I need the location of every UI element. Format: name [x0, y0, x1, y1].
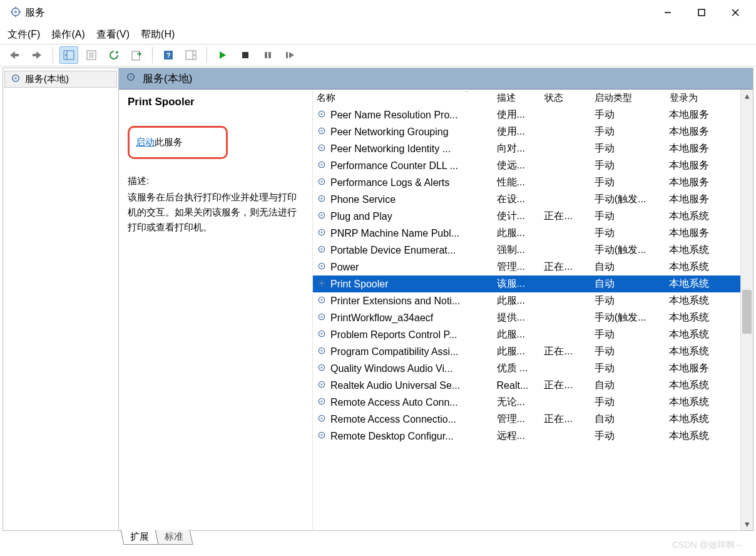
column-header-logon[interactable]: 登录为: [665, 90, 740, 106]
service-row[interactable]: Plug and Play使计...正在...手动本地系统: [313, 208, 740, 225]
show-hide-tree-button[interactable]: [59, 46, 78, 64]
service-logon: 本地系统: [665, 326, 740, 343]
menu-file[interactable]: 文件(F): [8, 28, 40, 41]
service-row[interactable]: Problem Reports Control P...此服...手动本地系统: [313, 326, 740, 343]
tab-extended[interactable]: 扩展: [120, 530, 158, 545]
scroll-up-icon[interactable]: ▴: [741, 90, 753, 102]
maximize-button[interactable]: [685, 1, 718, 24]
service-logon: 本地系统: [665, 394, 740, 411]
service-row[interactable]: Remote Access Auto Conn...无论...手动本地系统: [313, 394, 740, 411]
menu-help[interactable]: 帮助(H): [141, 28, 175, 41]
service-description: 管理...: [493, 411, 541, 428]
svg-point-47: [320, 197, 322, 199]
service-row[interactable]: Performance Counter DLL ...使远...手动本地服务: [313, 157, 740, 174]
forward-button[interactable]: [28, 46, 46, 64]
close-button[interactable]: [718, 1, 752, 24]
service-name: Plug and Play: [330, 211, 392, 222]
service-description: 此服...: [493, 225, 541, 242]
detail-description-body: 该服务在后台执行打印作业并处理与打印机的交互。如果关闭该服务，则无法进行打印或查…: [128, 190, 304, 235]
service-startup: 手动: [591, 157, 665, 174]
service-startup: 手动(触发...: [591, 191, 665, 208]
svg-point-39: [320, 130, 322, 131]
service-row[interactable]: PNRP Machine Name Publ...此服...手动本地服务: [313, 225, 740, 242]
start-service-link[interactable]: 启动: [136, 136, 155, 147]
restart-service-button[interactable]: [281, 46, 300, 64]
service-row[interactable]: Realtek Audio Universal Se...Realt...正在.…: [313, 377, 740, 394]
tree-item-services-local[interactable]: 服务(本地): [4, 71, 117, 88]
minimize-button[interactable]: [651, 1, 685, 24]
service-name: PNRP Machine Name Publ...: [330, 228, 459, 239]
service-row[interactable]: Peer Name Resolution Pro...使用...手动本地服务: [313, 106, 740, 123]
service-row[interactable]: Remote Desktop Configur...远程...手动本地系统: [313, 428, 740, 445]
service-logon: 本地服务: [665, 191, 740, 208]
service-startup: 手动(触发...: [591, 242, 665, 259]
gear-icon: [125, 71, 136, 86]
gear-icon: [317, 109, 327, 121]
svg-rect-7: [698, 9, 705, 16]
service-startup: 手动: [591, 326, 665, 343]
service-name: Realtek Audio Universal Se...: [330, 380, 460, 391]
service-status: 正在...: [540, 208, 590, 225]
service-row[interactable]: Portable Device Enumerat...强制...手动(触发...…: [313, 242, 740, 259]
export-button[interactable]: [127, 46, 146, 64]
svg-point-57: [320, 282, 322, 284]
gear-icon: [317, 160, 327, 172]
scroll-thumb[interactable]: [742, 290, 752, 334]
properties-button[interactable]: [82, 46, 101, 64]
watermark: CSDN @做咩啊～: [672, 540, 743, 551]
service-name: Power: [330, 262, 359, 273]
svg-point-59: [320, 299, 322, 301]
svg-marker-14: [65, 54, 66, 56]
sort-indicator-icon: ˆ: [466, 91, 467, 98]
service-name: Portable Device Enumerat...: [330, 245, 456, 256]
service-description: 性能...: [493, 174, 541, 191]
service-row[interactable]: Peer Networking Identity ...向对...手动本地服务: [313, 140, 740, 157]
refresh-button[interactable]: [105, 46, 123, 64]
column-header-startup[interactable]: 启动类型: [591, 90, 665, 106]
svg-rect-11: [33, 54, 36, 56]
gear-icon: [317, 396, 327, 409]
service-startup: 手动: [591, 174, 665, 191]
scroll-down-icon[interactable]: ▾: [741, 518, 753, 530]
gear-icon: [10, 73, 21, 86]
stop-service-button[interactable]: [236, 46, 255, 64]
vertical-scrollbar[interactable]: ▴ ▾: [740, 90, 753, 530]
service-row[interactable]: Remote Access Connectio...管理...正在...自动本地…: [313, 411, 740, 428]
service-startup: 手动: [591, 428, 665, 445]
service-logon: 本地系统: [665, 208, 740, 225]
column-header-name[interactable]: 名称ˆ: [313, 90, 493, 106]
service-row[interactable]: Performance Logs & Alerts性能...手动本地服务: [313, 174, 740, 191]
column-header-status[interactable]: 状态: [540, 90, 590, 106]
service-logon: 本地系统: [665, 309, 740, 326]
start-service-button[interactable]: [213, 46, 232, 64]
menu-action[interactable]: 操作(A): [51, 28, 84, 41]
tab-standard[interactable]: 标准: [155, 530, 193, 545]
service-row[interactable]: Printer Extensions and Noti...此服...手动本地系…: [313, 292, 740, 309]
service-startup: 自动: [591, 275, 665, 292]
svg-point-73: [320, 417, 322, 419]
service-row[interactable]: Quality Windows Audio Vi...优质 ...手动本地服务: [313, 360, 740, 377]
help-button[interactable]: ?: [159, 46, 178, 64]
back-button[interactable]: [5, 46, 24, 64]
column-header-description[interactable]: 描述: [493, 90, 541, 106]
svg-rect-20: [132, 51, 140, 60]
service-name: Peer Networking Identity ...: [330, 143, 451, 155]
menu-view[interactable]: 查看(V): [96, 28, 130, 41]
service-row[interactable]: Program Compatibility Assi...此服...正在...手…: [313, 343, 740, 360]
svg-point-67: [320, 366, 322, 368]
svg-text:?: ?: [166, 51, 171, 59]
service-row[interactable]: Print Spooler该服...自动本地系统: [313, 275, 740, 292]
service-row[interactable]: Power管理...正在...自动本地系统: [313, 259, 740, 275]
service-name: Program Compatibility Assi...: [330, 346, 459, 358]
pause-service-button[interactable]: [258, 46, 277, 64]
service-status: [540, 428, 590, 445]
service-description: 此服...: [493, 326, 541, 343]
service-name: Phone Service: [330, 194, 396, 205]
service-row[interactable]: Phone Service在设...手动(触发...本地服务: [313, 191, 740, 208]
svg-marker-25: [193, 54, 195, 56]
service-row[interactable]: PrintWorkflow_a34aecf提供...手动(触发...本地系统: [313, 309, 740, 326]
service-startup: 自动: [591, 377, 665, 394]
action-pane-button[interactable]: [181, 46, 200, 64]
service-startup: 手动: [591, 360, 665, 377]
service-row[interactable]: Peer Networking Grouping使用...手动本地服务: [313, 123, 740, 140]
